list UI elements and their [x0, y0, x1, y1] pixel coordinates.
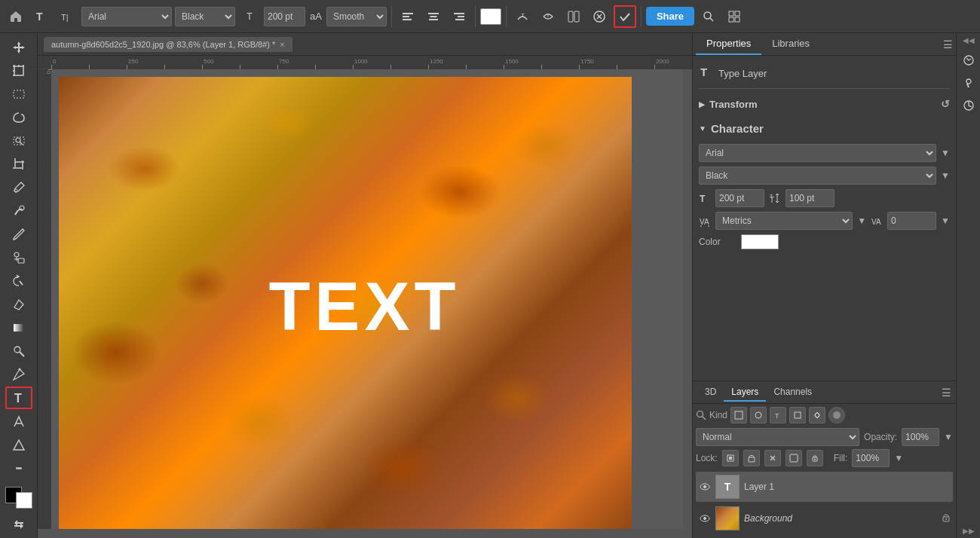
- right-strip-expand[interactable]: ▶▶: [963, 527, 975, 535]
- type-tool-button[interactable]: T: [5, 387, 32, 409]
- char-tracking-select[interactable]: Metrics: [715, 212, 853, 230]
- character-header[interactable]: ▼ Character: [699, 119, 950, 138]
- ruler-horizontal: [51, 56, 692, 69]
- character-panel-button[interactable]: [562, 5, 585, 28]
- background-name: Background: [744, 513, 938, 524]
- align-right-button[interactable]: [448, 5, 470, 28]
- font-size-input[interactable]: 200 pt: [264, 7, 305, 26]
- spot-heal-button[interactable]: [5, 200, 32, 222]
- properties-tab[interactable]: Properties: [696, 33, 761, 55]
- svg-text:T: T: [521, 12, 525, 19]
- transform-reset-button[interactable]: ↺: [941, 98, 950, 110]
- brush-tool-button[interactable]: [5, 223, 32, 245]
- type-indicator-button[interactable]: T: [30, 5, 53, 28]
- svg-rect-21: [735, 11, 740, 16]
- canvas-viewport[interactable]: TEXT: [51, 69, 683, 529]
- font-family-dropdown[interactable]: ▼: [941, 148, 950, 158]
- fill-input[interactable]: [852, 449, 890, 467]
- layer1-eye[interactable]: [699, 481, 711, 493]
- char-tracking-input[interactable]: [887, 212, 936, 230]
- tab-close-button[interactable]: ×: [280, 40, 284, 49]
- tracking-dropdown[interactable]: ▼: [857, 216, 866, 226]
- char-font-family-select[interactable]: Arial: [699, 144, 936, 162]
- background-row[interactable]: Background: [696, 503, 953, 533]
- scrollbar-horizontal[interactable]: [38, 529, 692, 538]
- lock-transparent-button[interactable]: [722, 450, 739, 466]
- fill-dropdown[interactable]: ▼: [894, 453, 903, 463]
- share-button[interactable]: Share: [646, 7, 694, 26]
- char-leading-input[interactable]: [786, 189, 835, 207]
- type-variant-button[interactable]: T|: [56, 5, 78, 28]
- artboard-tool-button[interactable]: [5, 60, 32, 81]
- opacity-dropdown[interactable]: ▼: [944, 432, 953, 442]
- filter-type-button[interactable]: T: [770, 407, 786, 423]
- character-section: ▼ Character Arial ▼ Black ▼: [699, 119, 950, 249]
- align-center-button[interactable]: [422, 5, 445, 28]
- dodge-tool-button[interactable]: [5, 340, 32, 362]
- adjustments-strip-button[interactable]: [959, 96, 978, 115]
- char-font-size-input[interactable]: [715, 189, 764, 207]
- filter-pixel-button[interactable]: [730, 407, 747, 423]
- layers-tab[interactable]: Layers: [724, 384, 766, 402]
- char-color-swatch[interactable]: [741, 234, 779, 249]
- lock-artboard-button[interactable]: [786, 450, 802, 466]
- marquee-tool-button[interactable]: [5, 83, 32, 105]
- commit-button[interactable]: [614, 5, 636, 28]
- pen-tool-button[interactable]: [5, 363, 32, 385]
- history-strip-button[interactable]: [959, 50, 978, 70]
- libraries-tab[interactable]: Libraries: [761, 33, 820, 55]
- clone-stamp-button[interactable]: [5, 246, 32, 268]
- crop-tool-button[interactable]: [5, 153, 32, 175]
- svg-rect-8: [454, 13, 464, 14]
- text-color-swatch[interactable]: [480, 8, 501, 25]
- opacity-input[interactable]: [902, 428, 939, 446]
- arrange-windows-button[interactable]: [723, 5, 746, 28]
- more-tools-button[interactable]: •••: [5, 457, 32, 479]
- filter-smartobj-button[interactable]: [809, 407, 825, 423]
- lock-pixels-button[interactable]: [743, 450, 760, 466]
- background-eye[interactable]: [699, 512, 711, 524]
- eraser-tool-button[interactable]: [5, 293, 32, 315]
- 3d-tab[interactable]: 3D: [697, 384, 724, 402]
- document-tab[interactable]: autumn-g8d605d2c5_1920.jpg @ 83,6% (Laye…: [44, 37, 292, 52]
- panel-menu-button[interactable]: ☰: [943, 38, 953, 50]
- path-select-button[interactable]: [5, 411, 32, 433]
- lock-all-button[interactable]: [807, 450, 823, 466]
- tracking-val-dropdown[interactable]: ▼: [941, 216, 950, 226]
- svg-rect-31: [14, 90, 24, 98]
- shape-tool-button[interactable]: [5, 434, 32, 456]
- channels-tab[interactable]: Channels: [766, 384, 819, 402]
- char-font-style-select[interactable]: Black: [699, 167, 936, 185]
- layer1-row[interactable]: T Layer 1: [696, 472, 953, 502]
- lasso-tool-button[interactable]: [5, 106, 32, 128]
- transform-header[interactable]: ▶ Transform ↺: [699, 95, 950, 113]
- move-tool-button[interactable]: [5, 36, 32, 58]
- layers-panel-menu[interactable]: ☰: [942, 387, 951, 399]
- gradient-tool-button[interactable]: [5, 316, 32, 338]
- align-left-button[interactable]: [397, 5, 419, 28]
- lock-position-button[interactable]: [764, 450, 781, 466]
- cancel-button[interactable]: [588, 5, 611, 28]
- warp-text-button[interactable]: T: [537, 5, 559, 28]
- text-on-path-button[interactable]: T: [511, 5, 534, 28]
- font-style-dropdown[interactable]: ▼: [941, 170, 950, 181]
- search-button[interactable]: [697, 5, 720, 28]
- eyedropper-tool-button[interactable]: [5, 176, 32, 198]
- right-strip-collapse[interactable]: ◀◀: [963, 36, 975, 44]
- svg-rect-3: [403, 16, 409, 17]
- home-button[interactable]: [5, 5, 27, 28]
- filter-adjustment-button[interactable]: [750, 407, 767, 423]
- scrollbar-vertical[interactable]: [683, 69, 692, 529]
- font-family-select[interactable]: Arial: [81, 7, 172, 26]
- blend-mode-select[interactable]: Normal: [696, 428, 859, 446]
- background-color[interactable]: [16, 492, 32, 509]
- brush-presets-strip-button[interactable]: [959, 73, 978, 93]
- antialiasing-select[interactable]: Smooth: [326, 7, 387, 26]
- object-select-tool-button[interactable]: [5, 130, 32, 151]
- history-brush-button[interactable]: [5, 270, 32, 292]
- filter-color-button[interactable]: [828, 407, 845, 423]
- svg-rect-63: [795, 412, 801, 418]
- switch-colors-button[interactable]: [5, 513, 32, 535]
- filter-shape-button[interactable]: [789, 407, 806, 423]
- font-color-select[interactable]: Black: [175, 7, 235, 26]
